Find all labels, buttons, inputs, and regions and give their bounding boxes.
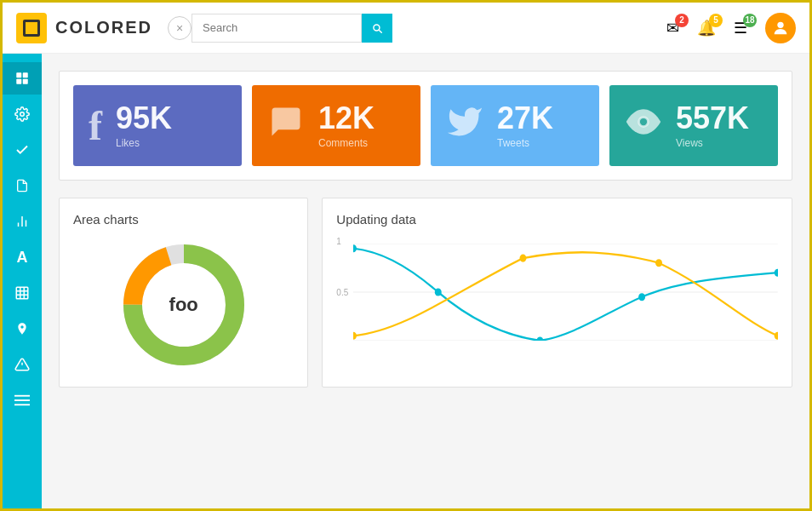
notification-icon-wrap[interactable]: 🔔 5	[697, 19, 716, 37]
logo-icon	[16, 13, 47, 43]
svg-point-34	[775, 332, 778, 340]
stat-info-comments: 12K Comments	[318, 103, 375, 149]
menu-badge: 18	[743, 14, 757, 27]
line-chart-panel: Updating data 1 0.5	[322, 198, 792, 388]
header: COLORED × ✉ 2 🔔 5 ☰ 18	[3, 3, 809, 54]
svg-point-26	[353, 244, 357, 252]
svg-point-5	[20, 112, 25, 117]
sidebar-item-table[interactable]	[3, 277, 42, 309]
twitter-icon	[446, 103, 483, 148]
sidebar-item-home[interactable]	[3, 62, 42, 95]
search-input[interactable]	[192, 14, 362, 43]
comments-label: Comments	[318, 137, 375, 149]
notification-badge: 5	[709, 14, 723, 27]
y-label-1: 1	[336, 237, 341, 246]
svg-point-33	[655, 259, 662, 267]
stat-card-views: 557K Views	[609, 85, 778, 166]
stat-card-comments: 12K Comments	[252, 85, 420, 166]
svg-point-0	[777, 21, 783, 27]
svg-rect-3	[16, 79, 21, 84]
sidebar-item-documents[interactable]	[3, 169, 42, 202]
stat-info-twitter: 27K Tweets	[497, 103, 553, 149]
bottom-panels: Area charts foo	[59, 198, 792, 388]
sidebar-item-charts[interactable]	[3, 205, 42, 238]
search-button[interactable]	[362, 14, 392, 43]
facebook-icon: f	[89, 102, 102, 149]
stat-card-twitter: 27K Tweets	[431, 85, 599, 166]
facebook-number: 95K	[116, 103, 172, 134]
sidebar: A	[3, 54, 42, 508]
line-chart-title: Updating data	[336, 212, 778, 227]
twitter-number: 27K	[497, 103, 553, 134]
logo-icon-inner	[23, 20, 40, 37]
sidebar-item-alerts[interactable]	[3, 348, 42, 381]
facebook-label: Likes	[116, 137, 172, 149]
donut-area: foo	[73, 237, 294, 373]
svg-point-27	[435, 288, 442, 296]
header-right: ✉ 2 🔔 5 ☰ 18	[663, 13, 796, 43]
svg-point-32	[520, 255, 527, 262]
svg-rect-2	[23, 72, 28, 78]
sidebar-item-list[interactable]	[3, 384, 42, 416]
donut-center: foo	[169, 294, 198, 316]
line-chart-svg	[353, 244, 778, 341]
comments-icon	[267, 103, 305, 148]
mail-icon-wrap[interactable]: ✉ 2	[663, 19, 682, 37]
sidebar-item-tasks[interactable]	[3, 134, 42, 166]
svg-point-30	[775, 269, 778, 277]
close-button[interactable]: ×	[168, 16, 192, 40]
twitter-label: Tweets	[497, 137, 553, 149]
avatar[interactable]	[765, 13, 796, 43]
app-title: COLORED	[55, 18, 152, 37]
svg-rect-4	[23, 79, 28, 84]
views-label: Views	[676, 137, 749, 149]
sidebar-item-location[interactable]	[3, 313, 42, 345]
area-chart-title: Area charts	[73, 212, 294, 227]
stat-card-facebook: f 95K Likes	[73, 85, 242, 166]
views-number: 557K	[676, 103, 749, 134]
mail-badge: 2	[675, 14, 689, 27]
body-area: A f 95K	[3, 54, 809, 508]
svg-rect-1	[16, 72, 21, 78]
search-icon	[371, 22, 383, 34]
area-chart-panel: Area charts foo	[59, 198, 308, 388]
stats-container: f 95K Likes 12K Comments	[59, 71, 792, 181]
svg-point-29	[638, 293, 645, 301]
line-chart-area: 1 0.5	[336, 237, 778, 347]
search-area	[192, 14, 447, 43]
logo-area: COLORED ×	[16, 13, 192, 43]
sidebar-item-text[interactable]: A	[3, 241, 42, 273]
svg-rect-9	[16, 287, 28, 299]
comments-number: 12K	[318, 103, 375, 134]
donut-label: foo	[169, 294, 198, 316]
stat-info-views: 557K Views	[676, 103, 749, 149]
menu-icon-wrap[interactable]: ☰ 18	[731, 19, 750, 37]
svg-point-28	[537, 336, 544, 341]
y-label-05: 0.5	[336, 288, 348, 297]
stat-info-facebook: 95K Likes	[116, 103, 172, 149]
views-icon	[625, 103, 662, 148]
app-wrapper: COLORED × ✉ 2 🔔 5 ☰ 18	[3, 3, 809, 508]
svg-point-19	[639, 118, 649, 127]
sidebar-item-settings[interactable]	[3, 98, 42, 130]
main-content: f 95K Likes 12K Comments	[42, 54, 809, 508]
svg-point-31	[353, 332, 357, 340]
